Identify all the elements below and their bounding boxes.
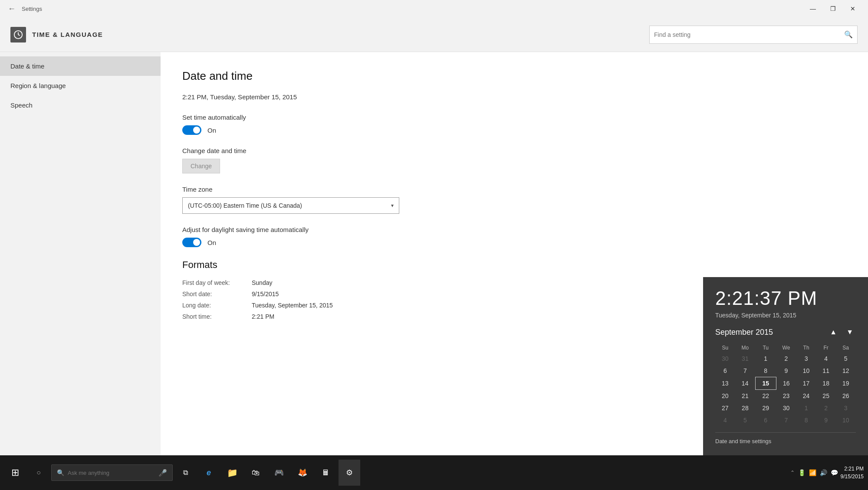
sidebar-item-region-language[interactable]: Region & language: [0, 76, 161, 95]
short-time-label: Short time:: [182, 313, 252, 320]
calendar-day[interactable]: 29: [755, 402, 776, 414]
calendar-day[interactable]: 19: [836, 377, 856, 390]
calendar-day-header: Th: [796, 343, 816, 353]
calendar-footer: Date and time settings: [715, 432, 856, 445]
search-input[interactable]: [654, 31, 844, 38]
store-button[interactable]: 🛍: [245, 460, 266, 486]
calendar-day-header: Su: [715, 343, 735, 353]
set-time-toggle[interactable]: [182, 125, 201, 135]
calendar-day[interactable]: 8: [755, 365, 776, 377]
settings-button[interactable]: ⚙: [339, 460, 360, 486]
calendar-day[interactable]: 6: [755, 414, 776, 426]
calendar-day[interactable]: 10: [836, 414, 856, 426]
calendar-day[interactable]: 22: [755, 390, 776, 402]
sidebar-item-date-time[interactable]: Date & time: [0, 56, 161, 76]
timezone-group: Time zone (UTC-05:00) Eastern Time (US &…: [182, 186, 846, 214]
calendar-day[interactable]: 16: [776, 377, 796, 390]
calendar-day[interactable]: 9: [816, 414, 836, 426]
calendar-day[interactable]: 4: [816, 353, 836, 365]
section-title: Date and time: [182, 69, 846, 83]
calendar-day[interactable]: 10: [796, 365, 816, 377]
speaker-icon[interactable]: 🔊: [820, 469, 827, 476]
calendar-day[interactable]: 13: [715, 377, 735, 390]
taskbar-left: ⊞ ○ 🔍 🎤 ⧉ e 📁 🛍 🎮 🦊 🖩 ⚙: [4, 460, 360, 486]
table-row: 27282930123: [715, 402, 856, 414]
tray-chevron[interactable]: ⌃: [790, 470, 795, 476]
daylight-toggle-row: On: [182, 238, 846, 247]
timezone-value: (UTC-05:00) Eastern Time (US & Canada): [188, 202, 302, 209]
table-row: 13141516171819: [715, 377, 856, 390]
sidebar-item-speech[interactable]: Speech: [0, 95, 161, 115]
timezone-select[interactable]: (UTC-05:00) Eastern Time (US & Canada) ▾: [182, 197, 399, 214]
daylight-toggle[interactable]: [182, 238, 201, 247]
set-time-toggle-row: On: [182, 125, 846, 135]
calendar-day[interactable]: 23: [776, 390, 796, 402]
calendar-day[interactable]: 20: [715, 390, 735, 402]
calendar-day[interactable]: 31: [735, 353, 756, 365]
daylight-toggle-knob: [193, 239, 200, 246]
close-button[interactable]: ✕: [843, 0, 863, 17]
calendar-day[interactable]: 17: [796, 377, 816, 390]
calendar-day[interactable]: 11: [816, 365, 836, 377]
search-icon: 🔍: [844, 30, 853, 39]
minimize-button[interactable]: —: [803, 0, 823, 17]
edge-button[interactable]: e: [198, 460, 220, 486]
search-box[interactable]: 🔍: [649, 26, 858, 44]
calendar-day[interactable]: 1: [755, 353, 776, 365]
calendar-day[interactable]: 12: [836, 365, 856, 377]
calendar-day[interactable]: 5: [735, 414, 756, 426]
calendar-day[interactable]: 26: [836, 390, 856, 402]
calendar-day[interactable]: 5: [836, 353, 856, 365]
calendar-day[interactable]: 3: [836, 402, 856, 414]
calendar-day[interactable]: 30: [776, 402, 796, 414]
taskbar-search-input[interactable]: [68, 470, 155, 476]
maximize-button[interactable]: ❐: [823, 0, 843, 17]
message-icon[interactable]: 💬: [831, 469, 838, 476]
calendar-day[interactable]: 15: [755, 377, 776, 390]
calendar-month-nav: September 2015 ▲ ▼: [715, 327, 856, 337]
calendar-day[interactable]: 6: [715, 365, 735, 377]
taskbar-search-box[interactable]: 🔍 🎤: [51, 464, 173, 481]
calendar-day[interactable]: 18: [816, 377, 836, 390]
firefox-button[interactable]: 🦊: [292, 460, 313, 486]
calendar-day[interactable]: 30: [715, 353, 735, 365]
back-button[interactable]: ←: [5, 3, 18, 14]
calendar-day[interactable]: 14: [735, 377, 756, 390]
calendar-day[interactable]: 2: [776, 353, 796, 365]
calendar-day[interactable]: 27: [715, 402, 735, 414]
mic-icon: 🎤: [158, 469, 167, 477]
datetime-settings-link[interactable]: Date and time settings: [715, 438, 771, 444]
calendar-day[interactable]: 8: [796, 414, 816, 426]
start-button[interactable]: ⊞: [4, 460, 26, 486]
current-datetime: 2:21 PM, Tuesday, September 15, 2015: [182, 93, 846, 101]
calendar-day[interactable]: 21: [735, 390, 756, 402]
calendar-day[interactable]: 4: [715, 414, 735, 426]
formats-title: Formats: [182, 259, 846, 271]
calendar-prev-button[interactable]: ▲: [827, 327, 839, 337]
calendar-day[interactable]: 3: [796, 353, 816, 365]
calendar-day[interactable]: 7: [735, 365, 756, 377]
app-icon: [10, 27, 26, 42]
taskbar-clock[interactable]: 2:21 PM 9/15/2015: [841, 465, 864, 480]
calendar-day[interactable]: 2: [816, 402, 836, 414]
calendar-day[interactable]: 9: [776, 365, 796, 377]
calculator-button[interactable]: 🖩: [315, 460, 337, 486]
games-button[interactable]: 🎮: [268, 460, 290, 486]
calendar-day[interactable]: 24: [796, 390, 816, 402]
calendar-day[interactable]: 25: [816, 390, 836, 402]
cortana-button[interactable]: ○: [28, 460, 49, 486]
cortana-icon: 🔍: [57, 469, 64, 476]
first-day-value: Sunday: [252, 279, 272, 286]
calendar-day[interactable]: 7: [776, 414, 796, 426]
explorer-button[interactable]: 📁: [221, 460, 243, 486]
table-row: 303112345: [715, 353, 856, 365]
change-button[interactable]: Change: [182, 159, 220, 173]
first-day-label: First day of week:: [182, 279, 252, 286]
titlebar: ← Settings — ❐ ✕: [0, 0, 868, 17]
calendar-day[interactable]: 28: [735, 402, 756, 414]
calendar-next-button[interactable]: ▼: [844, 327, 856, 337]
calendar-grid: SuMoTuWeThFrSa 3031123456789101112131415…: [715, 343, 856, 426]
task-view-button[interactable]: ⧉: [174, 460, 196, 486]
calendar-day[interactable]: 1: [796, 402, 816, 414]
long-date-label: Long date:: [182, 302, 252, 309]
